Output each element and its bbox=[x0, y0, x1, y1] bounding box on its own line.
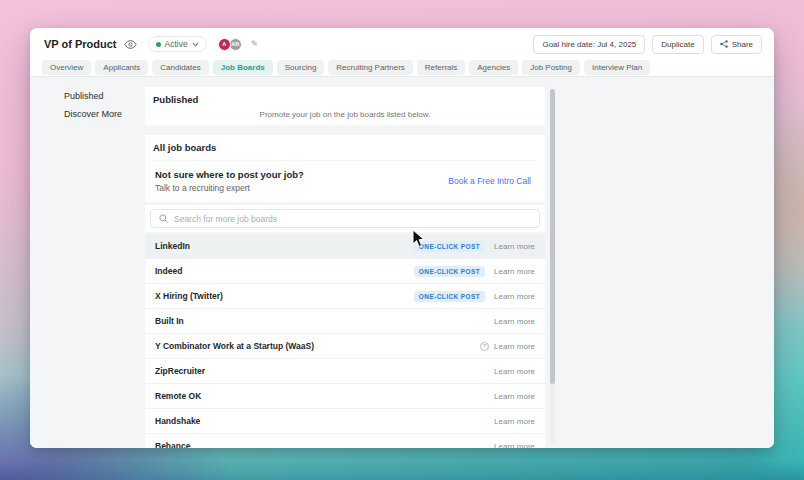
board-row-remote-ok[interactable]: Remote OK Learn more bbox=[145, 384, 545, 409]
board-row-indeed[interactable]: Indeed ONE-CLICK POST Learn more bbox=[145, 259, 545, 284]
board-name: LinkedIn bbox=[155, 241, 414, 251]
status-badge: Active bbox=[165, 39, 188, 49]
board-row-built-in[interactable]: Built In Learn more bbox=[145, 309, 545, 334]
search-input[interactable] bbox=[174, 214, 531, 224]
board-name: Remote OK bbox=[155, 391, 494, 401]
learn-more-link[interactable]: Learn more bbox=[494, 417, 535, 426]
learn-more-link[interactable]: Learn more bbox=[494, 292, 535, 301]
section-gap bbox=[145, 125, 545, 135]
book-intro-call-link[interactable]: Book a Free Intro Call bbox=[448, 176, 531, 186]
learn-more-link[interactable]: Learn more bbox=[494, 392, 535, 401]
learn-more-link[interactable]: Learn more bbox=[494, 442, 535, 449]
sidebar-item-published[interactable]: Published bbox=[64, 91, 122, 101]
learn-more-link[interactable]: Learn more bbox=[494, 367, 535, 376]
job-boards-panel: Published Promote your job on the job bo… bbox=[145, 87, 545, 448]
board-row-yc-waas[interactable]: Y Combinator Work at a Startup (WaaS) ? … bbox=[145, 334, 545, 359]
avatar[interactable]: A bbox=[218, 38, 231, 51]
share-label: Share bbox=[732, 40, 753, 49]
tab-agencies[interactable]: Agencies bbox=[469, 60, 518, 75]
board-row-handshake[interactable]: Handshake Learn more bbox=[145, 409, 545, 434]
duplicate-button[interactable]: Duplicate bbox=[652, 35, 703, 54]
board-name: Built In bbox=[155, 316, 494, 326]
tab-job-boards[interactable]: Job Boards bbox=[213, 60, 273, 75]
learn-more-link[interactable]: Learn more bbox=[494, 317, 535, 326]
board-name: ZipRecruiter bbox=[155, 366, 494, 376]
scrollbar-thumb[interactable] bbox=[550, 89, 555, 384]
published-section-title: Published bbox=[153, 94, 537, 105]
sidebar-item-discover-more[interactable]: Discover More bbox=[64, 109, 122, 119]
expert-subtitle: Talk to a recruiting expert bbox=[155, 183, 448, 193]
published-section: Published Promote your job on the job bo… bbox=[145, 87, 545, 125]
avatar-group: A AB bbox=[218, 38, 242, 51]
promote-hint-text: Promote your job on the job boards liste… bbox=[153, 110, 537, 119]
status-dropdown[interactable]: Active bbox=[148, 36, 207, 52]
scrollbar[interactable] bbox=[550, 89, 555, 443]
tab-candidates[interactable]: Candidates bbox=[152, 60, 208, 75]
board-row-ziprecruiter[interactable]: ZipRecruiter Learn more bbox=[145, 359, 545, 384]
edit-pencil-icon[interactable]: ✎ bbox=[251, 39, 259, 49]
tab-referrals[interactable]: Referrals bbox=[417, 60, 465, 75]
help-icon[interactable]: ? bbox=[480, 342, 489, 351]
search-section bbox=[145, 205, 545, 232]
tab-recruiting-partners[interactable]: Recruiting Partners bbox=[328, 60, 412, 75]
one-click-post-badge: ONE-CLICK POST bbox=[414, 291, 485, 302]
tab-overview[interactable]: Overview bbox=[42, 60, 91, 75]
section-nav: Published Discover More bbox=[64, 91, 122, 119]
tab-sourcing[interactable]: Sourcing bbox=[277, 60, 325, 75]
recruiting-expert-banner: Not sure where to post your job? Talk to… bbox=[153, 160, 537, 202]
board-name: Handshake bbox=[155, 416, 494, 426]
one-click-post-badge: ONE-CLICK POST bbox=[414, 266, 485, 277]
learn-more-link[interactable]: Learn more bbox=[494, 267, 535, 276]
expert-text-block: Not sure where to post your job? Talk to… bbox=[155, 169, 448, 193]
content-area: Published Discover More Published Promot… bbox=[30, 76, 774, 448]
search-box bbox=[150, 209, 540, 228]
page-title: VP of Product bbox=[44, 38, 117, 50]
titlebar: VP of Product Active A AB ✎ Goal hire da… bbox=[30, 28, 774, 58]
share-button[interactable]: Share bbox=[711, 35, 762, 54]
status-dot-icon bbox=[156, 42, 161, 47]
board-name: Indeed bbox=[155, 266, 414, 276]
job-window: VP of Product Active A AB ✎ Goal hire da… bbox=[30, 28, 774, 448]
board-row-linkedin[interactable]: LinkedIn ONE-CLICK POST Learn more bbox=[145, 234, 545, 259]
tab-applicants[interactable]: Applicants bbox=[95, 60, 148, 75]
job-boards-list: LinkedIn ONE-CLICK POST Learn more Indee… bbox=[145, 234, 545, 448]
eye-icon[interactable] bbox=[124, 40, 137, 49]
expert-title: Not sure where to post your job? bbox=[155, 169, 448, 180]
board-row-behance[interactable]: Behance Learn more bbox=[145, 434, 545, 448]
search-icon bbox=[159, 214, 168, 223]
chevron-down-icon bbox=[192, 42, 199, 47]
tab-interview-plan[interactable]: Interview Plan bbox=[584, 60, 650, 75]
learn-more-link[interactable]: Learn more bbox=[494, 342, 535, 351]
board-name: X Hiring (Twitter) bbox=[155, 291, 414, 301]
board-name: Behance bbox=[155, 441, 494, 448]
goal-hire-date-button[interactable]: Goal hire date: Jul 4, 2025 bbox=[533, 35, 645, 54]
one-click-post-badge: ONE-CLICK POST bbox=[414, 241, 485, 252]
all-job-boards-section: All job boards Not sure where to post yo… bbox=[145, 135, 545, 202]
learn-more-link[interactable]: Learn more bbox=[494, 242, 535, 251]
all-job-boards-title: All job boards bbox=[153, 142, 537, 153]
share-icon bbox=[720, 40, 728, 48]
board-name: Y Combinator Work at a Startup (WaaS) bbox=[155, 341, 480, 351]
tab-job-posting[interactable]: Job Posting bbox=[522, 60, 580, 75]
board-row-x-hiring[interactable]: X Hiring (Twitter) ONE-CLICK POST Learn … bbox=[145, 284, 545, 309]
